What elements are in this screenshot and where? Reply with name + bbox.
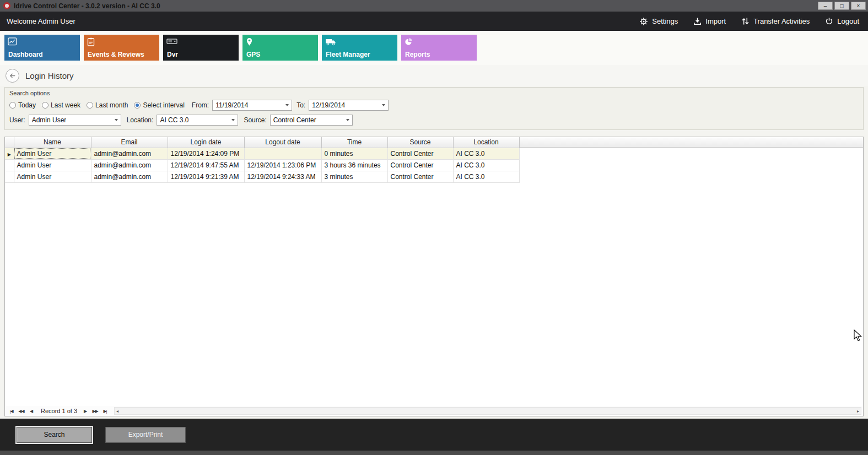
column-header-source[interactable]: Source: [387, 137, 453, 148]
column-header-time[interactable]: Time: [321, 137, 387, 148]
dropdown-arrow-icon[interactable]: [112, 115, 121, 125]
prev-record-button[interactable]: ◀: [27, 407, 35, 415]
back-button[interactable]: [6, 69, 19, 83]
radio-last-month[interactable]: Last month: [87, 101, 128, 109]
grid-cell-name[interactable]: Admin User: [14, 148, 91, 159]
dropdown-arrow-icon[interactable]: [343, 115, 352, 125]
column-header-location[interactable]: Location: [453, 137, 519, 148]
close-icon: ×: [857, 3, 860, 9]
scroll-right-arrow-icon[interactable]: ▸: [857, 409, 859, 414]
dropdown-arrow-icon[interactable]: [283, 100, 292, 110]
grid-cell-name[interactable]: Admin User: [14, 159, 91, 171]
grid-cell-location[interactable]: AI CC 3.0: [453, 171, 519, 182]
radio-last-week[interactable]: Last week: [42, 101, 80, 109]
grid-cell-time[interactable]: 3 hours 36 minutes: [321, 159, 387, 171]
radio-label: Last week: [51, 101, 80, 109]
tile-events-reviews[interactable]: Events & Reviews: [84, 35, 159, 61]
location-label: Location:: [127, 116, 154, 124]
column-header-name[interactable]: Name: [14, 137, 91, 148]
minimize-button[interactable]: –: [818, 2, 833, 10]
import-button[interactable]: Import: [693, 17, 726, 25]
grid-cell-time[interactable]: 3 minutes: [321, 171, 387, 182]
tile-label: Events & Reviews: [88, 51, 144, 58]
radio-label: Select interval: [143, 101, 184, 109]
column-header-logout-date[interactable]: Logout date: [244, 137, 321, 148]
column-header-email[interactable]: Email: [91, 137, 168, 148]
first-record-button[interactable]: |◀: [7, 407, 15, 415]
radio-today[interactable]: Today: [9, 101, 36, 109]
grid-cell-location[interactable]: AI CC 3.0: [453, 159, 519, 171]
grid-cell-login-date[interactable]: 12/19/2014 1:24:09 PM: [168, 148, 244, 159]
tile-dashboard[interactable]: Dashboard: [4, 35, 80, 61]
logout-label: Logout: [837, 17, 859, 25]
radio-circle-icon: [42, 102, 48, 109]
source-combo[interactable]: Control Center: [270, 115, 353, 126]
tile-label: Dashboard: [8, 51, 43, 58]
transfer-activities-label: Transfer Activities: [753, 17, 810, 25]
logout-button[interactable]: Logout: [825, 17, 859, 25]
to-date-combo[interactable]: 12/19/2014: [309, 100, 389, 111]
export-print-button[interactable]: Export/Print: [105, 427, 186, 443]
radio-select-interval[interactable]: Select interval: [134, 101, 184, 109]
tile-gps[interactable]: GPS: [242, 35, 318, 61]
grid-cell-source[interactable]: Control Center: [387, 159, 453, 171]
row-indicator-header: [5, 137, 14, 148]
grid-cell-email[interactable]: admin@admin.com: [91, 171, 168, 182]
next-page-button[interactable]: ▶▶: [91, 407, 99, 415]
grid-cell-source[interactable]: Control Center: [387, 148, 453, 159]
location-combo[interactable]: AI CC 3.0: [157, 115, 238, 126]
app-icon: [3, 2, 10, 9]
import-download-icon: [693, 17, 702, 25]
minimize-icon: –: [824, 3, 827, 9]
page-header: Login History: [0, 65, 868, 86]
welcome-text: Welcome Admin User: [7, 17, 76, 25]
line-chart-icon: [8, 37, 17, 46]
user-combo[interactable]: Admin User: [29, 115, 121, 126]
search-row-2: User: Admin User Location: AI CC 3.0 Sou…: [9, 115, 859, 126]
radio-circle-icon: [134, 102, 141, 109]
row-indicator-cell: ▶: [5, 148, 14, 159]
grid-cell-email[interactable]: admin@admin.com: [91, 148, 168, 159]
grid-cell-time[interactable]: 0 minutes: [321, 148, 387, 159]
login-history-grid: NameEmailLogin dateLogout dateTimeSource…: [4, 137, 864, 416]
last-record-button[interactable]: ▶|: [101, 407, 109, 415]
location-value: AI CC 3.0: [160, 116, 188, 124]
radio-label: Today: [18, 101, 36, 109]
prev-page-button[interactable]: ◀◀: [17, 407, 25, 415]
record-count-text: Record 1 of 3: [41, 408, 77, 414]
maximize-icon: □: [840, 3, 843, 9]
transfer-activities-button[interactable]: Transfer Activities: [741, 17, 810, 25]
grid-cell-logout-date[interactable]: [244, 148, 321, 159]
settings-button[interactable]: Settings: [639, 17, 678, 26]
next-record-button[interactable]: ▶: [81, 407, 89, 415]
radio-label: Last month: [95, 101, 128, 109]
from-date-combo[interactable]: 11/19/2014: [212, 100, 292, 111]
tile-reports[interactable]: Reports: [401, 35, 477, 61]
column-header-login-date[interactable]: Login date: [168, 137, 244, 148]
table-row[interactable]: Admin Useradmin@admin.com12/19/2014 9:47…: [5, 159, 519, 171]
table-row[interactable]: ▶Admin Useradmin@admin.com12/19/2014 1:2…: [5, 148, 519, 159]
table-row[interactable]: Admin Useradmin@admin.com12/19/2014 9:21…: [5, 171, 519, 182]
map-pin-icon: [246, 37, 253, 46]
scroll-left-arrow-icon[interactable]: ◂: [116, 409, 118, 414]
horizontal-scrollbar[interactable]: ◂▸: [114, 407, 861, 415]
grid-cell-name[interactable]: Admin User: [14, 171, 91, 182]
user-value: Admin User: [32, 116, 67, 124]
dropdown-arrow-icon[interactable]: [229, 115, 238, 125]
maximize-button[interactable]: □: [834, 2, 849, 10]
import-label: Import: [705, 17, 726, 25]
grid-cell-logout-date[interactable]: 12/19/2014 1:23:06 PM: [244, 159, 321, 171]
grid-cell-email[interactable]: admin@admin.com: [91, 159, 168, 171]
grid-cell-source[interactable]: Control Center: [387, 171, 453, 182]
settings-label: Settings: [652, 17, 678, 25]
source-label: Source:: [244, 116, 266, 124]
search-button[interactable]: Search: [17, 427, 92, 443]
close-button[interactable]: ×: [851, 2, 866, 10]
dropdown-arrow-icon[interactable]: [379, 100, 388, 110]
tile-dvr[interactable]: Dvr: [163, 35, 239, 61]
tile-fleet-manager[interactable]: Fleet Manager: [322, 35, 397, 61]
grid-cell-location[interactable]: AI CC 3.0: [453, 148, 519, 159]
grid-cell-login-date[interactable]: 12/19/2014 9:47:55 AM: [168, 159, 244, 171]
grid-cell-login-date[interactable]: 12/19/2014 9:21:39 AM: [168, 171, 244, 182]
grid-cell-logout-date[interactable]: 12/19/2014 9:24:33 AM: [244, 171, 321, 182]
